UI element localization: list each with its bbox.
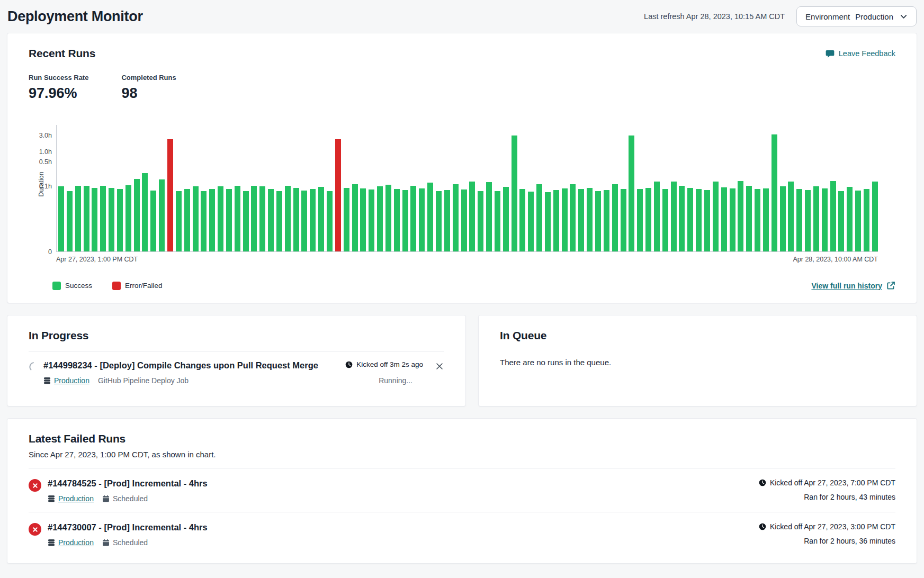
- chart-bar-success[interactable]: [100, 186, 106, 252]
- chart-bar-success[interactable]: [134, 179, 140, 251]
- chart-bar-success[interactable]: [310, 189, 316, 251]
- chart-bar-success[interactable]: [847, 187, 853, 251]
- chart-bar-success[interactable]: [235, 186, 240, 252]
- chart-bar-success[interactable]: [427, 183, 433, 251]
- chart-bar-success[interactable]: [268, 189, 274, 251]
- chart-bar-success[interactable]: [285, 186, 291, 252]
- chart-bar-success[interactable]: [226, 189, 232, 251]
- chart-bar-success[interactable]: [679, 186, 685, 252]
- chart-bar-success[interactable]: [763, 188, 769, 251]
- chart-bar-success[interactable]: [772, 134, 777, 251]
- chart-bar-success[interactable]: [512, 136, 517, 251]
- chart-bar-success[interactable]: [855, 191, 861, 251]
- chart-bar-success[interactable]: [587, 188, 593, 251]
- chart-bar-success[interactable]: [159, 179, 165, 251]
- environment-dropdown[interactable]: Environment Production: [796, 6, 917, 26]
- chart-bar-failed[interactable]: [335, 139, 341, 251]
- chart-bar-success[interactable]: [595, 191, 601, 251]
- chart-bar-success[interactable]: [327, 191, 333, 252]
- chart-bar-success[interactable]: [864, 189, 869, 251]
- chart-bar-success[interactable]: [604, 190, 609, 251]
- chart-bar-success[interactable]: [738, 181, 743, 251]
- chart-bar-success[interactable]: [536, 184, 542, 251]
- chart-bar-success[interactable]: [645, 188, 651, 251]
- chart-bar-success[interactable]: [369, 189, 374, 251]
- chart-bar-success[interactable]: [436, 191, 442, 251]
- chart-bar-success[interactable]: [75, 186, 81, 252]
- chart-bar-success[interactable]: [293, 188, 299, 251]
- chart-bar-success[interactable]: [58, 186, 64, 251]
- chart-bar-success[interactable]: [276, 191, 282, 252]
- production-env-link[interactable]: Production: [58, 494, 94, 503]
- chart-bar-success[interactable]: [453, 184, 459, 251]
- chart-bar-success[interactable]: [788, 182, 794, 251]
- chart-bar-success[interactable]: [67, 191, 73, 252]
- chart-bar-success[interactable]: [419, 188, 425, 251]
- chart-bar-success[interactable]: [805, 190, 811, 251]
- chart-bar-success[interactable]: [545, 192, 551, 251]
- chart-bar-success[interactable]: [444, 190, 450, 251]
- production-env-link[interactable]: Production: [58, 538, 94, 547]
- chart-bar-success[interactable]: [318, 187, 324, 251]
- chart-bar-success[interactable]: [612, 184, 618, 251]
- chart-bar-success[interactable]: [755, 189, 760, 251]
- chart-bar-success[interactable]: [503, 187, 509, 251]
- chart-bar-success[interactable]: [117, 189, 123, 251]
- chart-bar-success[interactable]: [344, 188, 349, 251]
- chart-bar-success[interactable]: [687, 188, 693, 251]
- chart-bar-success[interactable]: [553, 190, 559, 251]
- chart-bar-failed[interactable]: [167, 139, 173, 251]
- chart-bar-success[interactable]: [394, 189, 400, 251]
- chart-bar-success[interactable]: [301, 191, 307, 251]
- chart-bar-success[interactable]: [150, 191, 156, 251]
- chart-bar-success[interactable]: [201, 191, 207, 252]
- production-env-link[interactable]: Production: [54, 376, 89, 385]
- chart-bar-success[interactable]: [662, 189, 668, 251]
- dismiss-run-button[interactable]: [435, 362, 444, 371]
- chart-bar-success[interactable]: [746, 186, 752, 252]
- chart-bar-success[interactable]: [109, 188, 114, 251]
- chart-bar-success[interactable]: [125, 185, 131, 251]
- chart-bar-success[interactable]: [830, 181, 836, 251]
- chart-bar-success[interactable]: [780, 186, 786, 251]
- chart-bar-success[interactable]: [218, 186, 223, 251]
- chart-bar-success[interactable]: [259, 186, 265, 251]
- chart-bar-success[interactable]: [377, 186, 383, 251]
- chart-bar-success[interactable]: [721, 187, 727, 251]
- chart-bar-success[interactable]: [621, 189, 626, 251]
- chart-bar-success[interactable]: [461, 189, 467, 251]
- chart-bar-success[interactable]: [360, 188, 366, 251]
- chart-bar-success[interactable]: [486, 182, 492, 251]
- chart-bar-success[interactable]: [243, 191, 249, 252]
- chart-bar-success[interactable]: [410, 186, 416, 251]
- chart-bar-success[interactable]: [385, 185, 391, 251]
- chart-bar-success[interactable]: [654, 182, 660, 251]
- chart-bar-success[interactable]: [469, 182, 475, 251]
- chart-bar-success[interactable]: [838, 191, 844, 251]
- chart-bar-success[interactable]: [495, 191, 500, 252]
- chart-bar-success[interactable]: [176, 191, 182, 252]
- chart-bar-success[interactable]: [796, 189, 802, 251]
- chart-bar-success[interactable]: [872, 182, 878, 251]
- view-full-run-history-link[interactable]: View full run history: [811, 281, 895, 290]
- chart-bar-success[interactable]: [402, 190, 408, 251]
- chart-bar-success[interactable]: [570, 184, 576, 251]
- chart-bar-success[interactable]: [142, 173, 148, 251]
- chart-bar-success[interactable]: [704, 190, 710, 251]
- chart-bar-success[interactable]: [251, 186, 257, 252]
- chart-bar-success[interactable]: [629, 136, 634, 251]
- chart-bar-success[interactable]: [730, 188, 735, 251]
- chart-bar-success[interactable]: [528, 192, 534, 251]
- chart-bar-success[interactable]: [562, 188, 568, 251]
- chart-bar-success[interactable]: [578, 189, 584, 251]
- chart-bar-success[interactable]: [696, 189, 702, 251]
- chart-bar-success[interactable]: [637, 189, 643, 251]
- chart-bar-success[interactable]: [822, 188, 828, 251]
- chart-bar-success[interactable]: [671, 182, 677, 251]
- chart-bar-success[interactable]: [184, 189, 190, 251]
- chart-bar-success[interactable]: [478, 191, 483, 251]
- leave-feedback-link[interactable]: Leave Feedback: [826, 49, 895, 58]
- chart-bar-success[interactable]: [813, 186, 819, 251]
- chart-bar-success[interactable]: [713, 182, 719, 251]
- chart-bar-success[interactable]: [519, 189, 525, 251]
